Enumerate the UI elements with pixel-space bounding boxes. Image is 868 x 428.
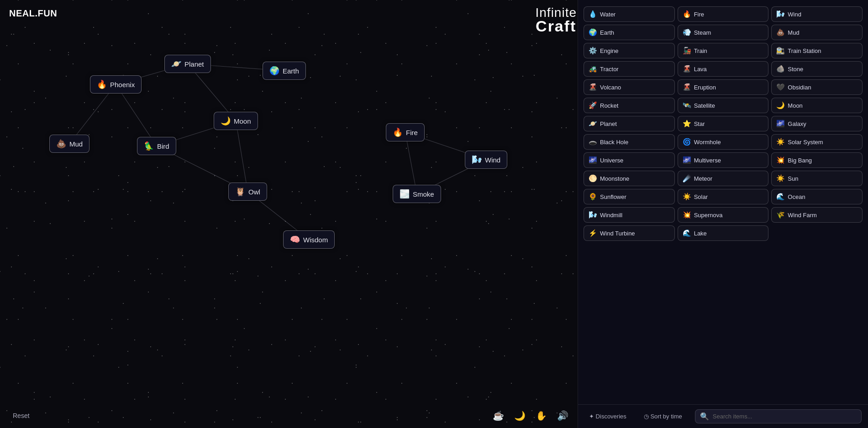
item-windmill[interactable]: 🌬️Windmill bbox=[584, 207, 675, 223]
item-black-hole[interactable]: 🕳️Black Hole bbox=[584, 134, 675, 150]
item-emoji: 💥 bbox=[776, 156, 785, 164]
item-label: Lake bbox=[694, 230, 707, 237]
item-sun[interactable]: ☀️Sun bbox=[771, 171, 863, 186]
node-phoenix[interactable]: 🔥Phoenix bbox=[90, 75, 142, 94]
item-meteor[interactable]: ☄️Meteor bbox=[678, 171, 769, 186]
item-rocket[interactable]: 🚀Rocket bbox=[584, 98, 675, 113]
moon-emoji: 🌙 bbox=[221, 116, 231, 126]
item-label: Planet bbox=[600, 120, 617, 127]
item-emoji: ☀️ bbox=[776, 138, 785, 146]
reset-button[interactable]: Reset bbox=[9, 410, 33, 422]
item-galaxy[interactable]: 🌌Galaxy bbox=[771, 116, 863, 131]
node-mud[interactable]: 💩Mud bbox=[49, 135, 89, 153]
node-fire[interactable]: 🔥Fire bbox=[386, 123, 425, 141]
item-emoji: 🌊 bbox=[683, 229, 691, 237]
item-label: Volcano bbox=[600, 84, 621, 91]
item-emoji: 🌀 bbox=[683, 138, 691, 146]
logo: NEAL.FUN bbox=[9, 8, 57, 19]
item-label: Multiverse bbox=[694, 157, 721, 164]
item-emoji: 🌌 bbox=[683, 156, 691, 164]
item-emoji: 🌌 bbox=[776, 120, 785, 128]
game-title-craft: Craft bbox=[536, 17, 577, 35]
item-eruption[interactable]: 🌋Eruption bbox=[678, 79, 769, 95]
item-multiverse[interactable]: 🌌Multiverse bbox=[678, 152, 769, 168]
node-moon[interactable]: 🌙Moon bbox=[214, 112, 258, 130]
item-moon[interactable]: 🌙Moon bbox=[771, 98, 863, 113]
right-panel: 💧Water🔥Fire🌬️Wind🌍Earth💨Steam💩Mud⚙️Engin… bbox=[578, 0, 868, 428]
item-label: Solar System bbox=[788, 139, 823, 146]
bird-label: Bird bbox=[157, 142, 169, 150]
item-emoji: 🚀 bbox=[589, 101, 597, 110]
item-volcano[interactable]: 🌋Volcano bbox=[584, 79, 675, 95]
item-label: Lava bbox=[694, 66, 707, 73]
item-emoji: 🕳️ bbox=[589, 138, 597, 146]
node-wind[interactable]: 🌬️Wind bbox=[465, 151, 507, 169]
node-wisdom[interactable]: 🧠Wisdom bbox=[283, 230, 335, 249]
bird-emoji: 🦜 bbox=[144, 141, 154, 151]
item-emoji: 🌋 bbox=[683, 83, 691, 91]
item-supernova[interactable]: 💥Supernova bbox=[678, 207, 769, 223]
item-label: Satellite bbox=[694, 102, 715, 109]
item-label: Meteor bbox=[694, 175, 712, 182]
item-label: Obsidian bbox=[788, 84, 811, 91]
item-wind-farm[interactable]: 🌾Wind Farm bbox=[771, 207, 863, 223]
mud-emoji: 💩 bbox=[56, 139, 66, 149]
item-train[interactable]: 🚂Train bbox=[678, 43, 769, 58]
item-earth[interactable]: 🌍Earth bbox=[584, 25, 675, 40]
item-label: Earth bbox=[600, 29, 614, 36]
item-star[interactable]: ⭐Star bbox=[678, 116, 769, 131]
item-moonstone[interactable]: 🌕Moonstone bbox=[584, 171, 675, 186]
item-solar[interactable]: ☀️Solar bbox=[678, 189, 769, 204]
item-wind[interactable]: 🌬️Wind bbox=[771, 6, 863, 22]
node-planet[interactable]: 🪐Planet bbox=[164, 55, 211, 73]
sort-button[interactable]: ◷ Sort by time bbox=[639, 411, 687, 422]
node-bird[interactable]: 🦜Bird bbox=[137, 137, 176, 155]
item-label: Train Station bbox=[788, 47, 821, 54]
item-wind-turbine[interactable]: ⚡Wind Turbine bbox=[584, 225, 675, 241]
item-water[interactable]: 💧Water bbox=[584, 6, 675, 22]
item-emoji: ☄️ bbox=[683, 174, 691, 183]
item-train-station[interactable]: 🚉Train Station bbox=[771, 43, 863, 58]
item-label: Moon bbox=[788, 102, 803, 109]
search-bar[interactable]: 🔍 bbox=[695, 409, 862, 423]
item-universe[interactable]: 🌌Universe bbox=[584, 152, 675, 168]
item-mud[interactable]: 💩Mud bbox=[771, 25, 863, 40]
item-label: Galaxy bbox=[788, 120, 806, 127]
item-steam[interactable]: 💨Steam bbox=[678, 25, 769, 40]
item-stone[interactable]: 🪨Stone bbox=[771, 61, 863, 77]
coffee-icon[interactable]: ☕ bbox=[493, 410, 504, 421]
node-smoke[interactable]: 🌫️Smoke bbox=[393, 185, 441, 203]
item-lake[interactable]: 🌊Lake bbox=[678, 225, 769, 241]
item-sunflower[interactable]: 🌻Sunflower bbox=[584, 189, 675, 204]
item-big-bang[interactable]: 💥Big Bang bbox=[771, 152, 863, 168]
wind-label: Wind bbox=[485, 156, 500, 164]
item-emoji: 🚜 bbox=[589, 65, 597, 73]
item-emoji: 🌍 bbox=[589, 28, 597, 37]
item-solar-system[interactable]: ☀️Solar System bbox=[771, 134, 863, 150]
item-planet[interactable]: 🪐Planet bbox=[584, 116, 675, 131]
canvas-icon-group: ☕ 🌙 ✋ 🔊 bbox=[493, 410, 568, 421]
item-engine[interactable]: ⚙️Engine bbox=[584, 43, 675, 58]
hand-icon[interactable]: ✋ bbox=[536, 410, 547, 421]
search-input[interactable] bbox=[713, 413, 857, 420]
node-earth[interactable]: 🌍Earth bbox=[263, 62, 306, 80]
fire-emoji: 🔥 bbox=[393, 127, 403, 137]
canvas-area[interactable]: 💩Mud🔥Phoenix🪐Planet🦜Bird🌙Moon🦉Owl🌍Earth🧠… bbox=[0, 0, 578, 428]
earth-emoji: 🌍 bbox=[269, 66, 279, 76]
moon-icon[interactable]: 🌙 bbox=[514, 410, 526, 421]
item-ocean[interactable]: 🌊Ocean bbox=[771, 189, 863, 204]
item-satellite[interactable]: 🛰️Satellite bbox=[678, 98, 769, 113]
wisdom-emoji: 🧠 bbox=[290, 235, 300, 245]
item-wormhole[interactable]: 🌀Wormhole bbox=[678, 134, 769, 150]
item-fire[interactable]: 🔥Fire bbox=[678, 6, 769, 22]
item-obsidian[interactable]: 🖤Obsidian bbox=[771, 79, 863, 95]
discoveries-button[interactable]: ✦ Discoveries bbox=[584, 411, 631, 422]
item-label: Universe bbox=[600, 157, 623, 164]
sound-icon[interactable]: 🔊 bbox=[557, 410, 568, 421]
owl-emoji: 🦉 bbox=[235, 187, 245, 197]
search-icon: 🔍 bbox=[700, 412, 709, 421]
node-owl[interactable]: 🦉Owl bbox=[228, 183, 267, 201]
item-lava[interactable]: 🌋Lava bbox=[678, 61, 769, 77]
item-tractor[interactable]: 🚜Tractor bbox=[584, 61, 675, 77]
item-emoji: 💥 bbox=[683, 211, 691, 219]
